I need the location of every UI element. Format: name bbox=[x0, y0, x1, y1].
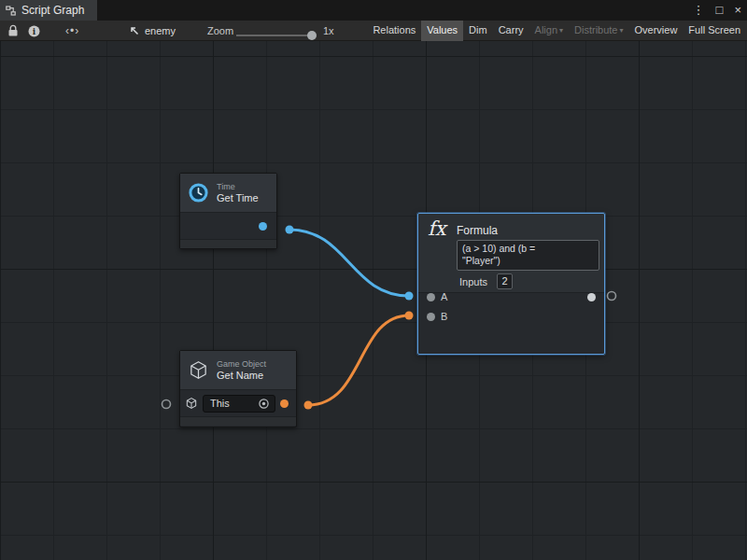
target-object-dropdown[interactable]: This bbox=[203, 395, 275, 413]
inputs-label: Inputs bbox=[459, 276, 487, 287]
node-title-label: Get Name bbox=[217, 370, 266, 382]
overview-button[interactable]: Overview bbox=[629, 21, 684, 41]
zoom-slider-handle[interactable] bbox=[307, 31, 317, 40]
formula-expression-line: (a > 10) and (b = bbox=[462, 243, 594, 255]
svg-text:i: i bbox=[33, 26, 36, 35]
graph-asset-icon bbox=[129, 25, 140, 36]
lock-icon bbox=[7, 24, 19, 37]
node-get-time-header: Time Get Time bbox=[180, 174, 276, 213]
lock-button[interactable] bbox=[7, 21, 19, 41]
chevron-down-icon: ▾ bbox=[620, 26, 624, 35]
formula-input-a-port[interactable] bbox=[427, 293, 435, 301]
node-category-label: Time bbox=[217, 182, 259, 192]
relations-button[interactable]: Relations bbox=[367, 21, 421, 41]
formula-expression-input[interactable]: (a > 10) and (b = "Player") bbox=[457, 240, 599, 271]
node-get-name-body: This bbox=[180, 390, 296, 417]
cube-icon bbox=[185, 397, 198, 410]
port-a-label: A bbox=[441, 291, 447, 302]
get-time-output-port[interactable] bbox=[259, 222, 267, 231]
get-name-output-port[interactable] bbox=[280, 399, 289, 408]
info-icon: i bbox=[28, 25, 40, 37]
window-controls: ⋮ □ × bbox=[693, 0, 741, 21]
toolbar-buttons: Relations Values Dim Carry Align▾ Distri… bbox=[367, 21, 746, 41]
distribute-label: Distribute bbox=[574, 24, 617, 35]
formula-input-b-port[interactable] bbox=[427, 313, 435, 321]
node-get-time-footer bbox=[180, 240, 276, 248]
fx-icon: fx bbox=[428, 217, 446, 240]
wire-blue-start-dot[interactable] bbox=[286, 226, 294, 234]
node-get-time-body bbox=[180, 213, 276, 240]
maximize-icon[interactable]: □ bbox=[716, 0, 724, 21]
window-titlebar: Script Graph ⋮ □ × bbox=[0, 0, 747, 21]
formula-output-port-ring[interactable] bbox=[608, 292, 616, 301]
code-graph-button[interactable]: ‹•› bbox=[65, 21, 79, 41]
node-get-name-header: Game Object Get Name bbox=[180, 351, 296, 390]
object-picker-icon[interactable] bbox=[258, 398, 270, 410]
formula-output-port[interactable] bbox=[587, 293, 596, 301]
graph-canvas[interactable]: Time Get Time Game Object Get Name bbox=[0, 41, 747, 560]
wires-layer bbox=[0, 41, 747, 560]
formula-expression-line: "Player") bbox=[462, 255, 594, 267]
distribute-dropdown-button[interactable]: Distribute▾ bbox=[569, 21, 628, 41]
node-title-label: Get Time bbox=[217, 192, 259, 204]
wire-orange-end-dot[interactable] bbox=[405, 312, 414, 320]
graph-name-label: enemy bbox=[145, 25, 176, 36]
info-button[interactable]: i bbox=[28, 21, 40, 41]
script-graph-icon bbox=[6, 6, 16, 16]
carry-button[interactable]: Carry bbox=[493, 21, 529, 41]
zoom-label: Zoom bbox=[207, 21, 233, 41]
wire-get-time-to-formula-a[interactable] bbox=[289, 230, 409, 296]
chevron-down-icon: ▾ bbox=[559, 26, 563, 35]
target-value: This bbox=[210, 398, 230, 409]
close-icon[interactable]: × bbox=[734, 0, 741, 21]
node-title-label: Formula bbox=[457, 224, 498, 237]
tab-script-graph[interactable]: Script Graph bbox=[0, 0, 97, 21]
wire-get-name-to-formula-b[interactable] bbox=[308, 315, 409, 405]
node-get-time[interactable]: Time Get Time bbox=[179, 173, 277, 249]
wire-orange-start-dot[interactable] bbox=[304, 401, 313, 410]
formula-inputs-count-input[interactable]: 2 bbox=[497, 273, 513, 289]
node-get-name[interactable]: Game Object Get Name This bbox=[179, 350, 297, 427]
get-name-input-port-ring[interactable] bbox=[162, 400, 171, 409]
dim-button[interactable]: Dim bbox=[463, 21, 493, 41]
clock-icon bbox=[188, 182, 209, 203]
zoom-value: 1x bbox=[323, 21, 334, 41]
wire-blue-end-dot[interactable] bbox=[405, 292, 414, 301]
tab-title: Script Graph bbox=[21, 4, 84, 17]
full-screen-button[interactable]: Full Screen bbox=[683, 21, 746, 41]
node-get-name-footer bbox=[180, 417, 296, 426]
align-dropdown-button[interactable]: Align▾ bbox=[529, 21, 569, 41]
values-button[interactable]: Values bbox=[421, 21, 463, 41]
window-menu-icon[interactable]: ⋮ bbox=[693, 0, 705, 21]
align-label: Align bbox=[535, 24, 557, 35]
graph-toolbar: i ‹•› enemy Zoom 1x Relations Values Dim… bbox=[0, 21, 747, 41]
graph-breadcrumb[interactable]: enemy bbox=[129, 21, 176, 41]
zoom-slider-track[interactable] bbox=[236, 35, 315, 36]
port-b-label: B bbox=[441, 311, 447, 322]
node-formula[interactable]: fx Formula (a > 10) and (b = "Player") I… bbox=[417, 213, 605, 355]
node-category-label: Game Object bbox=[217, 359, 266, 370]
code-icon: ‹•› bbox=[65, 24, 79, 37]
cube-icon bbox=[188, 359, 209, 381]
